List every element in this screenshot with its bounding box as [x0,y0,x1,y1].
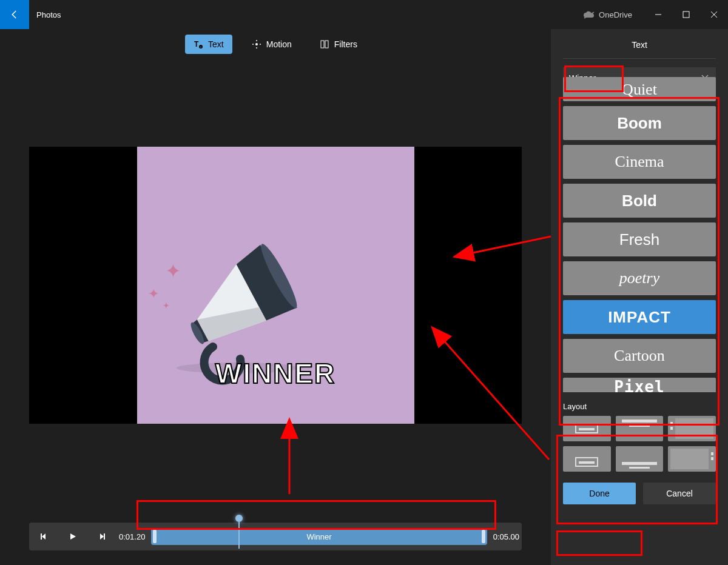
svg-point-9 [256,40,257,41]
tab-filters-label: Filters [334,39,357,49]
style-cinema[interactable]: Cinema [563,145,716,179]
total-time: 0:05.00 [493,532,519,541]
app-title: Photos [36,10,61,19]
svg-rect-13 [321,41,324,48]
filters-icon [320,39,329,49]
style-quiet[interactable]: Quiet [563,77,716,101]
style-cartoon[interactable]: Cartoon [563,339,716,373]
svg-point-8 [255,43,258,45]
layout-left-sidebar[interactable] [668,416,716,441]
clip-label: Winner [306,532,331,541]
panel-title: Text [551,29,728,58]
layout-grid [563,416,716,472]
range-end-handle[interactable] [482,530,485,543]
timeline-range[interactable]: Winner [151,528,487,545]
style-bold[interactable]: Bold [563,184,716,218]
tab-motion[interactable]: Motion [243,35,300,54]
svg-rect-2 [683,12,689,18]
text-panel: Text Quiet Boom Cinema Bold Fresh poetry… [551,29,728,565]
svg-text:T: T [194,40,199,48]
play-button[interactable] [58,532,87,541]
svg-rect-14 [325,41,328,48]
onedrive-status[interactable]: OneDrive [583,10,632,19]
minimize-button[interactable] [644,5,672,24]
tool-tabs: T+ Text Motion Filters [0,29,551,59]
layout-label: Layout [563,402,716,411]
style-fresh[interactable]: Fresh [563,222,716,256]
preview-frame: ✦ ✦ ✦ [137,147,414,424]
onedrive-label: OneDrive [599,10,632,19]
cancel-button[interactable]: Cancel [643,483,716,504]
back-button[interactable] [0,0,29,29]
range-start-handle[interactable] [153,530,157,543]
svg-point-12 [260,44,261,45]
style-boom[interactable]: Boom [563,106,716,140]
svg-point-10 [256,47,257,48]
style-impact[interactable]: IMPACT [563,300,716,334]
layout-top-lines[interactable] [616,416,664,441]
cloud-icon [583,11,594,18]
video-preview[interactable]: ✦ ✦ ✦ [29,147,522,424]
text-overlay[interactable]: WINNER [215,357,336,390]
done-button[interactable]: Done [563,483,636,504]
layout-right-sidebar[interactable] [668,446,716,472]
divider [563,58,716,59]
prev-frame-button[interactable] [29,532,58,541]
svg-rect-18 [41,533,42,540]
timeline: 0:01.20 Winner 0:05.00 [29,523,522,550]
style-pixel[interactable]: Pixel [563,378,716,392]
playhead[interactable] [235,515,243,522]
close-button[interactable] [700,5,728,24]
current-time: 0:01.20 [119,532,145,541]
layout-center-box[interactable] [563,416,611,441]
svg-point-11 [252,44,254,45]
text-styles-list[interactable]: Quiet Boom Cinema Bold Fresh poetry IMPA… [563,77,716,392]
svg-rect-19 [104,533,105,540]
motion-icon [252,39,261,49]
tab-text[interactable]: T+ Text [185,35,232,54]
tab-text-label: Text [208,39,224,49]
style-poetry[interactable]: poetry [563,261,716,295]
title-bar: Photos OneDrive [0,0,728,29]
svg-text:+: + [200,45,202,48]
layout-bottom-lines[interactable] [616,446,664,472]
text-icon: T+ [194,39,203,49]
layout-bottom-box[interactable] [563,446,611,472]
next-frame-button[interactable] [87,532,116,541]
tab-filters[interactable]: Filters [311,35,366,54]
tab-motion-label: Motion [266,39,292,49]
maximize-button[interactable] [672,5,700,24]
